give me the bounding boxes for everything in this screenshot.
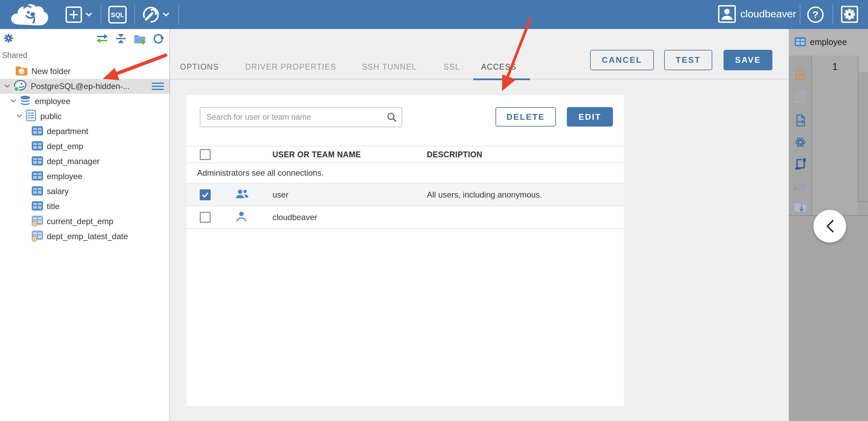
tree-item-label: dept_emp_latest_date (47, 232, 128, 241)
user-avatar-icon[interactable] (718, 5, 736, 25)
row-checkbox-checked[interactable] (200, 189, 211, 200)
tree-item-view-dept-emp-latest-date[interactable]: dept_emp_latest_date (0, 229, 169, 244)
tab-employee-result[interactable]: employee (789, 29, 868, 56)
tree-item-database-employee[interactable]: employee (0, 94, 169, 109)
tree-section-label: Shared (2, 51, 27, 60)
access-table: USER OR TEAM NAME DESCRIPTION Administra… (186, 146, 624, 229)
access-panel: DELETE EDIT USER OR TEAM NAME DESCRIPTIO… (186, 95, 624, 406)
chevron-down-icon[interactable] (15, 111, 24, 121)
new-connection-chevron-down-icon[interactable] (85, 11, 93, 19)
logs-icon[interactable] (794, 180, 807, 193)
sql-editor-button[interactable]: SQL (108, 5, 127, 25)
script-play-icon[interactable] (794, 69, 807, 82)
table-row-user[interactable]: user All users, including anonymous. (186, 184, 624, 206)
table-row-cloudbeaver[interactable]: cloudbeaver (186, 206, 624, 229)
add-filter-icon[interactable] (794, 56, 807, 62)
collapse-all-icon[interactable] (115, 33, 127, 45)
row-number: 1 (812, 61, 858, 72)
cloudbeaver-logo (9, 3, 53, 28)
table-icon (31, 156, 43, 167)
expand-panel-button[interactable] (813, 210, 846, 243)
cancel-button[interactable]: CANCEL (590, 50, 654, 70)
value-panel-icon[interactable] (794, 158, 807, 171)
delete-button[interactable]: DELETE (495, 107, 556, 127)
view-icon (31, 230, 43, 243)
navigator-settings-gear-icon[interactable] (3, 33, 14, 45)
navigator-toolbar (0, 29, 169, 48)
grid-line (858, 56, 858, 202)
topbar-divider (800, 4, 800, 25)
search-input[interactable] (200, 107, 402, 127)
tree-item-new-folder[interactable]: New folder (0, 64, 169, 79)
row-checkbox-unchecked[interactable] (200, 212, 211, 223)
help-button[interactable]: ? (806, 5, 825, 25)
cloudbeaver-app: SQL cloudbeaver (0, 0, 868, 421)
settings-button[interactable] (841, 5, 858, 25)
table-icon (31, 186, 43, 197)
tree-item-table-title[interactable]: title (0, 199, 169, 214)
chevron-down-icon[interactable] (3, 81, 12, 91)
view-icon (31, 215, 43, 228)
tab-driver-properties[interactable]: DRIVER PROPERTIES (245, 62, 336, 72)
tree-item-table-salary[interactable]: salary (0, 184, 169, 199)
tree-item-schema-public[interactable]: public (0, 109, 169, 124)
postgresql-icon (13, 79, 27, 93)
chevron-left-icon (824, 218, 836, 234)
navigator-sidebar: Shared New folder (0, 29, 170, 421)
ai-assistant-icon[interactable] (794, 136, 807, 149)
topbar-divider (134, 4, 135, 25)
tree-item-table-dept-emp[interactable]: dept_emp (0, 139, 169, 154)
top-bar: SQL cloudbeaver (0, 0, 868, 29)
table-icon (31, 141, 43, 152)
new-folder-icon[interactable] (134, 33, 146, 46)
edit-button[interactable]: EDIT (567, 107, 613, 127)
tab-options[interactable]: OPTIONS (180, 62, 219, 72)
tree-item-table-dept-manager[interactable]: dept_manager (0, 154, 169, 169)
row-description: All users, including anonymous. (427, 190, 542, 200)
tree-item-label: employee (47, 172, 82, 181)
table-viewer-panel: employee (789, 29, 868, 421)
tree-item-label: New folder (31, 67, 71, 76)
help-glyph: ? (812, 9, 818, 20)
save-to-folder-icon[interactable] (794, 201, 807, 213)
grid-metadata-icon[interactable] (794, 90, 807, 104)
refresh-icon[interactable] (153, 33, 164, 46)
tree-item-table-department[interactable]: department (0, 124, 169, 139)
row-name: cloudbeaver (272, 213, 317, 222)
user-name-label[interactable]: cloudbeaver (740, 8, 796, 20)
driver-manager-chevron-down-icon[interactable] (162, 11, 170, 19)
save-button[interactable]: SAVE (724, 50, 772, 70)
database-icon (19, 95, 31, 108)
user-icon (235, 210, 248, 224)
tree-item-postgresql-connection[interactable]: PostgreSQL@ep-hidden-... (0, 79, 169, 94)
sync-connections-icon[interactable] (96, 33, 108, 45)
tree-item-view-current-dept-emp[interactable]: current_dept_emp (0, 214, 169, 229)
tree-item-label: department (47, 127, 88, 136)
schema-icon (25, 110, 37, 123)
driver-manager-button[interactable] (141, 5, 160, 26)
tab-ssl[interactable]: SSL (444, 62, 460, 72)
chevron-down-icon[interactable] (9, 96, 18, 106)
export-data-icon[interactable] (794, 114, 807, 127)
tree-item-label: PostgreSQL@ep-hidden-... (31, 82, 130, 91)
table-icon (31, 201, 43, 212)
column-header-name: USER OR TEAM NAME (272, 150, 361, 159)
search-field-wrap (200, 107, 402, 127)
topbar-divider (178, 4, 179, 25)
table-header-row: USER OR TEAM NAME DESCRIPTION (186, 146, 624, 163)
table-icon (794, 37, 806, 48)
tree-item-label: public (40, 112, 62, 121)
connection-status-dot (14, 87, 19, 91)
row-number-column: 1 (812, 56, 858, 215)
tree-item-label: dept_emp (47, 142, 83, 151)
tab-access[interactable]: ACCESS (481, 62, 517, 72)
tree-item-table-employee[interactable]: employee (0, 169, 169, 184)
table-info-row: Administrators see all connections. (186, 163, 624, 184)
tab-ssh-tunnel[interactable]: SSH TUNNEL (362, 62, 417, 72)
select-all-checkbox[interactable] (200, 149, 211, 160)
new-connection-button[interactable] (65, 6, 83, 25)
test-button[interactable]: TEST (664, 50, 712, 70)
connection-menu-icon[interactable] (152, 83, 164, 92)
table-icon (31, 126, 43, 137)
tree-item-label: dept_manager (47, 157, 100, 166)
